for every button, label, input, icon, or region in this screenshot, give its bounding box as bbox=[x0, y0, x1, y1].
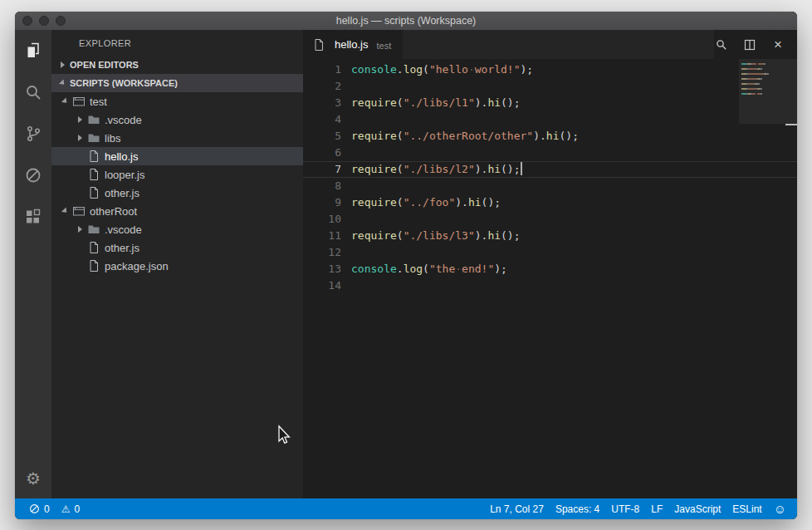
file-icon bbox=[87, 150, 100, 163]
gear-icon[interactable]: ⚙ bbox=[15, 459, 51, 498]
line-text bbox=[341, 111, 351, 128]
file-icon bbox=[87, 241, 100, 254]
line-text bbox=[341, 244, 351, 261]
code-line-2[interactable]: 2 bbox=[303, 78, 797, 95]
indentation-status[interactable]: Spaces: 4 bbox=[550, 498, 605, 519]
chevron-expanded-icon[interactable] bbox=[58, 95, 71, 108]
tree-item-hello-js[interactable]: hello.js bbox=[51, 147, 303, 165]
sidebar-title: EXPLORER bbox=[51, 30, 303, 56]
title-bar: hello.js — scripts (Workspace) bbox=[15, 12, 797, 30]
file-icon bbox=[87, 186, 100, 199]
line-text: console.log("the·end!"); bbox=[341, 261, 507, 277]
tree-item-package-json[interactable]: package.json bbox=[51, 257, 303, 275]
feedback-smiley-icon[interactable]: ☺ bbox=[768, 498, 792, 519]
twisty-spacer bbox=[73, 186, 86, 199]
code-line-4[interactable]: 4 bbox=[303, 111, 797, 128]
extensions-icon[interactable] bbox=[15, 196, 51, 238]
code-area[interactable]: 1console.log("hello·world!");23require("… bbox=[303, 59, 797, 294]
line-number: 7 bbox=[303, 161, 341, 178]
eol-status[interactable]: LF bbox=[645, 498, 668, 519]
close-icon[interactable]: × bbox=[770, 37, 785, 52]
line-number: 4 bbox=[303, 111, 341, 128]
tree-item-label: .vscode bbox=[105, 223, 142, 236]
root-folder-icon bbox=[72, 95, 86, 108]
code-line-10[interactable]: 10 bbox=[303, 211, 797, 228]
line-text: require("./libs/l1").hi(); bbox=[341, 95, 521, 111]
line-number: 5 bbox=[303, 128, 341, 145]
vscode-window: hello.js — scripts (Workspace) bbox=[15, 12, 797, 519]
tree-item-label: test bbox=[90, 96, 107, 108]
text-cursor bbox=[521, 162, 522, 175]
source-control-icon[interactable] bbox=[15, 113, 51, 155]
status-bar: 0 ⚠ 0 Ln 7, Col 27 Spaces: 4 UTF-8 LF Ja… bbox=[15, 498, 797, 519]
close-window-button[interactable] bbox=[22, 16, 32, 26]
code-line-11[interactable]: 11require("./libs/l3").hi(); bbox=[303, 228, 797, 244]
tree-item-label: hello.js bbox=[105, 150, 138, 163]
line-text: require("../foo").hi(); bbox=[341, 194, 501, 211]
status-left: 0 ⚠ 0 bbox=[23, 498, 86, 519]
minimize-window-button[interactable] bbox=[39, 16, 49, 26]
window-title: hello.js — scripts (Workspace) bbox=[336, 15, 477, 27]
warnings-status[interactable]: ⚠ 0 bbox=[56, 498, 86, 519]
zoom-window-button[interactable] bbox=[56, 16, 66, 26]
debug-icon[interactable] bbox=[15, 155, 51, 196]
code-line-13[interactable]: 13console.log("the·end!"); bbox=[303, 261, 797, 277]
open-editors-header[interactable]: OPEN EDITORS bbox=[51, 56, 303, 74]
folder-icon bbox=[87, 131, 100, 145]
line-number: 8 bbox=[303, 178, 341, 194]
encoding-status[interactable]: UTF-8 bbox=[605, 498, 645, 519]
code-line-3[interactable]: 3require("./libs/l1").hi(); bbox=[303, 95, 797, 111]
tree-item--vscode[interactable]: .vscode bbox=[51, 110, 303, 129]
tab-bar: hello.js test × bbox=[303, 30, 797, 59]
chevron-collapsed-icon[interactable] bbox=[73, 223, 86, 236]
line-number: 9 bbox=[303, 194, 341, 211]
code-line-12[interactable]: 12 bbox=[303, 244, 797, 261]
explorer-icon[interactable] bbox=[15, 30, 51, 71]
error-count: 0 bbox=[44, 503, 50, 515]
chevron-collapsed-icon[interactable] bbox=[73, 131, 86, 145]
linter-status[interactable]: ESLint bbox=[726, 498, 767, 519]
tree-item--vscode[interactable]: .vscode bbox=[51, 220, 303, 238]
tree-item-label: other.js bbox=[105, 242, 139, 254]
chevron-expanded-icon[interactable] bbox=[58, 204, 71, 218]
code-line-6[interactable]: 6 bbox=[303, 145, 797, 161]
folder-icon bbox=[87, 223, 100, 236]
tree-item-other-js[interactable]: other.js bbox=[51, 184, 303, 202]
explorer-sidebar: EXPLORER OPEN EDITORS SCRIPTS (WORKSPACE… bbox=[51, 30, 303, 498]
code-line-5[interactable]: 5require("../otherRoot/other").hi(); bbox=[303, 128, 797, 145]
mouse-cursor-icon bbox=[274, 424, 292, 446]
tree-item-libs[interactable]: libs bbox=[51, 129, 303, 147]
file-icon bbox=[87, 259, 100, 272]
line-text: require("./libs/l2").hi(); bbox=[341, 161, 522, 178]
tree-item-label: other.js bbox=[105, 187, 139, 199]
tree-item-label: libs bbox=[105, 132, 121, 145]
workspace-section-header[interactable]: SCRIPTS (WORKSPACE) bbox=[51, 74, 303, 92]
find-icon[interactable] bbox=[714, 37, 729, 52]
tree-item-test[interactable]: test bbox=[51, 92, 303, 110]
split-editor-icon[interactable] bbox=[742, 37, 757, 52]
code-line-14[interactable]: 14 bbox=[303, 277, 797, 294]
code-line-7[interactable]: 7require("./libs/l2").hi(); bbox=[303, 161, 797, 178]
code-line-8[interactable]: 8 bbox=[303, 178, 797, 194]
language-mode-status[interactable]: JavaScript bbox=[668, 498, 726, 519]
tree-item-label: package.json bbox=[105, 260, 169, 272]
warning-count: 0 bbox=[74, 503, 80, 515]
tree-item-label: otherRoot bbox=[90, 205, 137, 218]
tree-item-looper-js[interactable]: looper.js bbox=[51, 165, 303, 184]
tree-item-otherroot[interactable]: otherRoot bbox=[51, 202, 303, 220]
chevron-collapsed-icon bbox=[56, 58, 69, 71]
status-right: Ln 7, Col 27 Spaces: 4 UTF-8 LF JavaScri… bbox=[484, 498, 792, 519]
line-number: 11 bbox=[303, 228, 341, 244]
tree-item-label: looper.js bbox=[105, 169, 144, 181]
chevron-collapsed-icon[interactable] bbox=[73, 113, 86, 126]
cursor-position-status[interactable]: Ln 7, Col 27 bbox=[484, 498, 550, 519]
search-icon[interactable] bbox=[15, 71, 51, 113]
code-line-1[interactable]: 1console.log("hello·world!"); bbox=[303, 61, 797, 78]
tab-name: hello.js bbox=[335, 38, 368, 51]
minimap[interactable] bbox=[739, 59, 787, 159]
errors-status[interactable]: 0 bbox=[23, 498, 56, 519]
tab-hello-js[interactable]: hello.js test bbox=[303, 30, 403, 59]
code-line-9[interactable]: 9require("../foo").hi(); bbox=[303, 194, 797, 211]
chevron-expanded-icon bbox=[56, 76, 69, 90]
tree-item-other-js[interactable]: other.js bbox=[51, 238, 303, 257]
